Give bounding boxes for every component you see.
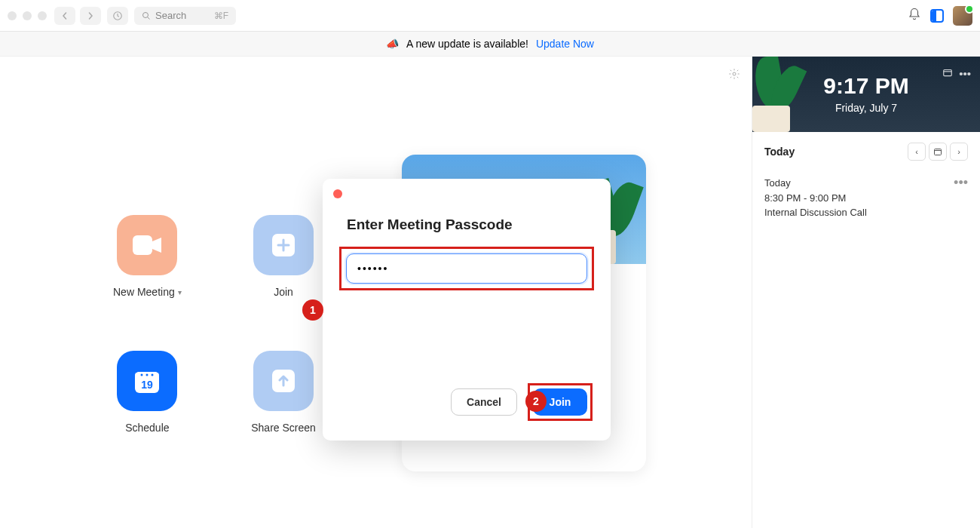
calendar-picker-icon[interactable]: [929, 143, 947, 161]
svg-text:19: 19: [142, 379, 154, 391]
svg-point-1: [143, 12, 149, 17]
annotation-2: 2: [525, 391, 547, 412]
svg-rect-22: [944, 70, 952, 76]
passcode-dialog: Enter Meeting Passcode Cancel Join: [323, 179, 611, 441]
passcode-input[interactable]: [346, 253, 587, 284]
more-icon[interactable]: •••: [959, 67, 971, 80]
svg-point-18: [146, 374, 149, 376]
tile-label: Schedule: [125, 422, 169, 434]
notifications-icon[interactable]: [908, 8, 921, 24]
maximize-window[interactable]: [38, 11, 47, 20]
svg-point-12: [733, 72, 736, 75]
svg-point-19: [152, 374, 154, 376]
sidebar-clock: 9:17 PM Friday, July 7 •••: [752, 57, 980, 132]
calendar-icon: 19: [117, 351, 177, 411]
share-screen-tile[interactable]: Share Screen: [250, 351, 318, 434]
dialog-buttons: Cancel Join: [451, 383, 593, 421]
svg-point-17: [141, 374, 143, 376]
upload-icon: [253, 351, 314, 411]
clock-date: Friday, July 7: [752, 102, 980, 114]
sidebar: 9:17 PM Friday, July 7 ••• Today ‹ › Tod…: [752, 57, 980, 528]
close-icon[interactable]: [333, 189, 342, 198]
chevron-down-icon[interactable]: ▾: [178, 288, 182, 296]
prev-day-button[interactable]: ‹: [908, 143, 926, 161]
annotation-1: 1: [302, 299, 323, 321]
nav-buttons: [54, 7, 101, 25]
title-bar: Search ⌘F Home Mail Calendar Team Chat M…: [0, 0, 980, 32]
sidebar-today-header: Today ‹ ›: [752, 132, 980, 171]
main-area: New Meeting ▾ Join 19 Schedule Share Scr…: [0, 57, 980, 528]
schedule-tile[interactable]: 19 Schedule: [113, 351, 182, 434]
tile-label: Join: [274, 286, 293, 298]
tile-label: New Meeting ▾: [113, 286, 182, 298]
action-tiles: New Meeting ▾ Join 19 Schedule Share Scr…: [113, 215, 317, 434]
svg-rect-23: [935, 149, 942, 155]
today-label: Today: [764, 146, 795, 158]
svg-rect-13: [133, 235, 152, 255]
event-title: Internal Discussion Call: [764, 205, 867, 220]
next-day-button[interactable]: ›: [950, 143, 968, 161]
forward-button[interactable]: [80, 7, 101, 25]
passcode-highlight: [339, 247, 594, 290]
collapse-icon[interactable]: [942, 67, 953, 80]
gear-icon[interactable]: [728, 68, 740, 82]
avatar[interactable]: [953, 6, 972, 26]
calendar-event[interactable]: Today 8:30 PM - 9:00 PM Internal Discuss…: [752, 171, 980, 225]
search-shortcut: ⌘F: [214, 11, 228, 21]
new-meeting-tile[interactable]: New Meeting ▾: [113, 215, 182, 298]
event-day: Today: [764, 176, 867, 191]
history-button[interactable]: [107, 7, 128, 25]
search-placeholder: Search: [155, 10, 186, 21]
video-icon: [117, 215, 177, 275]
minimize-window[interactable]: [23, 11, 32, 20]
close-window[interactable]: [8, 11, 17, 20]
search-input[interactable]: Search ⌘F: [134, 7, 236, 25]
tile-label: Share Screen: [251, 422, 316, 434]
window-controls: [8, 11, 47, 20]
join-tile[interactable]: Join: [250, 215, 318, 298]
sidebar-toggle-icon[interactable]: [930, 9, 944, 23]
dialog-title: Enter Meeting Passcode: [347, 216, 586, 233]
cancel-button[interactable]: Cancel: [451, 388, 517, 416]
center-panel: New Meeting ▾ Join 19 Schedule Share Scr…: [0, 57, 752, 528]
event-time: 8:30 PM - 9:00 PM: [764, 191, 867, 206]
titlebar-right: [908, 6, 972, 26]
back-button[interactable]: [54, 7, 75, 25]
event-more-icon[interactable]: •••: [954, 176, 968, 220]
plus-icon: [253, 215, 314, 275]
